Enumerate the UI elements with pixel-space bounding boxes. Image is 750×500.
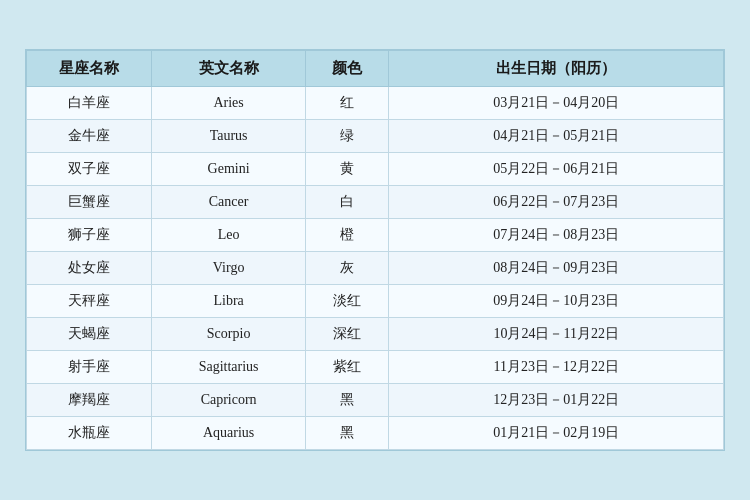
header-color: 颜色 [305,51,389,87]
cell-date: 05月22日－06月21日 [389,153,724,186]
cell-date: 07月24日－08月23日 [389,219,724,252]
table-row: 水瓶座Aquarius黑01月21日－02月19日 [27,417,724,450]
cell-english: Sagittarius [152,351,305,384]
table-row: 巨蟹座Cancer白06月22日－07月23日 [27,186,724,219]
table-header-row: 星座名称 英文名称 颜色 出生日期（阳历） [27,51,724,87]
table-row: 狮子座Leo橙07月24日－08月23日 [27,219,724,252]
cell-chinese: 水瓶座 [27,417,152,450]
cell-chinese: 狮子座 [27,219,152,252]
cell-chinese: 射手座 [27,351,152,384]
cell-color: 黑 [305,417,389,450]
table-row: 双子座Gemini黄05月22日－06月21日 [27,153,724,186]
header-chinese: 星座名称 [27,51,152,87]
cell-chinese: 天蝎座 [27,318,152,351]
table-row: 射手座Sagittarius紫红11月23日－12月22日 [27,351,724,384]
cell-date: 10月24日－11月22日 [389,318,724,351]
cell-chinese: 处女座 [27,252,152,285]
cell-chinese: 天秤座 [27,285,152,318]
table-row: 金牛座Taurus绿04月21日－05月21日 [27,120,724,153]
table-row: 白羊座Aries红03月21日－04月20日 [27,87,724,120]
cell-color: 红 [305,87,389,120]
cell-chinese: 摩羯座 [27,384,152,417]
cell-date: 12月23日－01月22日 [389,384,724,417]
cell-color: 深红 [305,318,389,351]
cell-color: 淡红 [305,285,389,318]
cell-english: Virgo [152,252,305,285]
cell-english: Capricorn [152,384,305,417]
cell-date: 01月21日－02月19日 [389,417,724,450]
table-row: 处女座Virgo灰08月24日－09月23日 [27,252,724,285]
cell-chinese: 金牛座 [27,120,152,153]
cell-date: 08月24日－09月23日 [389,252,724,285]
cell-chinese: 双子座 [27,153,152,186]
cell-color: 紫红 [305,351,389,384]
cell-date: 11月23日－12月22日 [389,351,724,384]
cell-date: 03月21日－04月20日 [389,87,724,120]
cell-date: 09月24日－10月23日 [389,285,724,318]
cell-color: 灰 [305,252,389,285]
table-row: 天秤座Libra淡红09月24日－10月23日 [27,285,724,318]
cell-chinese: 白羊座 [27,87,152,120]
cell-english: Taurus [152,120,305,153]
zodiac-table: 星座名称 英文名称 颜色 出生日期（阳历） 白羊座Aries红03月21日－04… [26,50,724,450]
cell-color: 黑 [305,384,389,417]
cell-english: Gemini [152,153,305,186]
header-english: 英文名称 [152,51,305,87]
cell-english: Aries [152,87,305,120]
cell-english: Scorpio [152,318,305,351]
cell-english: Leo [152,219,305,252]
cell-english: Aquarius [152,417,305,450]
cell-chinese: 巨蟹座 [27,186,152,219]
header-date: 出生日期（阳历） [389,51,724,87]
cell-date: 04月21日－05月21日 [389,120,724,153]
cell-date: 06月22日－07月23日 [389,186,724,219]
cell-color: 绿 [305,120,389,153]
table-row: 摩羯座Capricorn黑12月23日－01月22日 [27,384,724,417]
cell-color: 橙 [305,219,389,252]
cell-english: Libra [152,285,305,318]
cell-english: Cancer [152,186,305,219]
cell-color: 白 [305,186,389,219]
zodiac-table-container: 星座名称 英文名称 颜色 出生日期（阳历） 白羊座Aries红03月21日－04… [25,49,725,451]
cell-color: 黄 [305,153,389,186]
table-row: 天蝎座Scorpio深红10月24日－11月22日 [27,318,724,351]
